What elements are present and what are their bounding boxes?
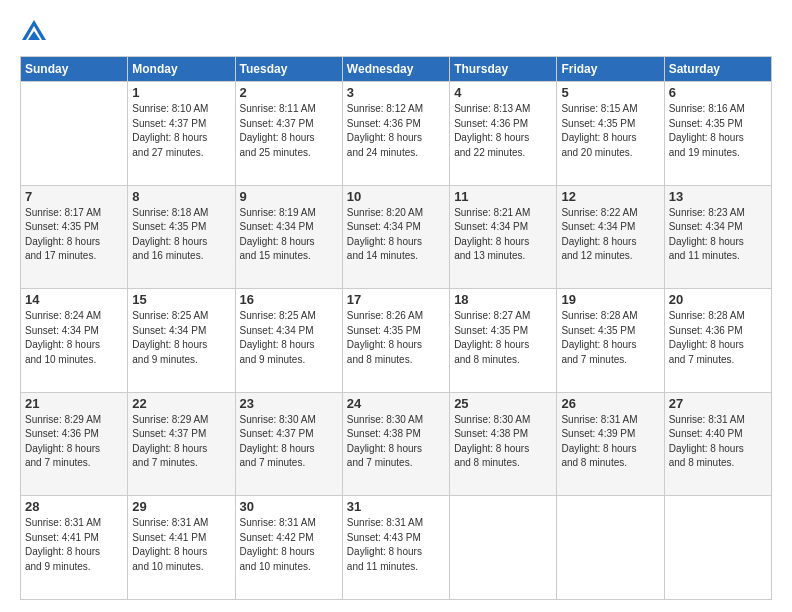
logo — [20, 18, 52, 46]
day-info: Sunrise: 8:16 AM Sunset: 4:35 PM Dayligh… — [669, 102, 767, 160]
day-number: 23 — [240, 396, 338, 411]
weekday-header: Sunday — [21, 57, 128, 82]
day-number: 8 — [132, 189, 230, 204]
day-number: 10 — [347, 189, 445, 204]
day-number: 6 — [669, 85, 767, 100]
calendar-day-cell: 30Sunrise: 8:31 AM Sunset: 4:42 PM Dayli… — [235, 496, 342, 600]
day-info: Sunrise: 8:29 AM Sunset: 4:36 PM Dayligh… — [25, 413, 123, 471]
day-number: 26 — [561, 396, 659, 411]
weekday-header: Thursday — [450, 57, 557, 82]
day-number: 30 — [240, 499, 338, 514]
day-info: Sunrise: 8:25 AM Sunset: 4:34 PM Dayligh… — [240, 309, 338, 367]
day-info: Sunrise: 8:24 AM Sunset: 4:34 PM Dayligh… — [25, 309, 123, 367]
day-info: Sunrise: 8:30 AM Sunset: 4:38 PM Dayligh… — [454, 413, 552, 471]
page-header — [20, 18, 772, 46]
weekday-header: Tuesday — [235, 57, 342, 82]
calendar-table: SundayMondayTuesdayWednesdayThursdayFrid… — [20, 56, 772, 600]
day-number: 11 — [454, 189, 552, 204]
calendar-day-cell: 26Sunrise: 8:31 AM Sunset: 4:39 PM Dayli… — [557, 392, 664, 496]
day-info: Sunrise: 8:30 AM Sunset: 4:38 PM Dayligh… — [347, 413, 445, 471]
day-info: Sunrise: 8:31 AM Sunset: 4:43 PM Dayligh… — [347, 516, 445, 574]
calendar-day-cell — [450, 496, 557, 600]
day-number: 1 — [132, 85, 230, 100]
day-number: 9 — [240, 189, 338, 204]
day-number: 22 — [132, 396, 230, 411]
day-number: 20 — [669, 292, 767, 307]
day-number: 13 — [669, 189, 767, 204]
day-info: Sunrise: 8:10 AM Sunset: 4:37 PM Dayligh… — [132, 102, 230, 160]
calendar-day-cell: 16Sunrise: 8:25 AM Sunset: 4:34 PM Dayli… — [235, 289, 342, 393]
calendar-day-cell: 24Sunrise: 8:30 AM Sunset: 4:38 PM Dayli… — [342, 392, 449, 496]
day-info: Sunrise: 8:31 AM Sunset: 4:41 PM Dayligh… — [25, 516, 123, 574]
day-number: 21 — [25, 396, 123, 411]
calendar-week-row: 14Sunrise: 8:24 AM Sunset: 4:34 PM Dayli… — [21, 289, 772, 393]
calendar-day-cell: 19Sunrise: 8:28 AM Sunset: 4:35 PM Dayli… — [557, 289, 664, 393]
weekday-header: Wednesday — [342, 57, 449, 82]
calendar-day-cell: 12Sunrise: 8:22 AM Sunset: 4:34 PM Dayli… — [557, 185, 664, 289]
day-info: Sunrise: 8:29 AM Sunset: 4:37 PM Dayligh… — [132, 413, 230, 471]
calendar-day-cell — [557, 496, 664, 600]
calendar-day-cell: 5Sunrise: 8:15 AM Sunset: 4:35 PM Daylig… — [557, 82, 664, 186]
day-number: 19 — [561, 292, 659, 307]
day-number: 17 — [347, 292, 445, 307]
day-number: 4 — [454, 85, 552, 100]
day-info: Sunrise: 8:26 AM Sunset: 4:35 PM Dayligh… — [347, 309, 445, 367]
calendar-day-cell: 31Sunrise: 8:31 AM Sunset: 4:43 PM Dayli… — [342, 496, 449, 600]
day-info: Sunrise: 8:31 AM Sunset: 4:41 PM Dayligh… — [132, 516, 230, 574]
logo-icon — [20, 18, 48, 46]
day-number: 29 — [132, 499, 230, 514]
calendar-day-cell: 11Sunrise: 8:21 AM Sunset: 4:34 PM Dayli… — [450, 185, 557, 289]
day-info: Sunrise: 8:28 AM Sunset: 4:35 PM Dayligh… — [561, 309, 659, 367]
calendar-day-cell: 13Sunrise: 8:23 AM Sunset: 4:34 PM Dayli… — [664, 185, 771, 289]
day-info: Sunrise: 8:19 AM Sunset: 4:34 PM Dayligh… — [240, 206, 338, 264]
day-number: 5 — [561, 85, 659, 100]
calendar-week-row: 7Sunrise: 8:17 AM Sunset: 4:35 PM Daylig… — [21, 185, 772, 289]
day-number: 12 — [561, 189, 659, 204]
day-info: Sunrise: 8:25 AM Sunset: 4:34 PM Dayligh… — [132, 309, 230, 367]
weekday-header: Saturday — [664, 57, 771, 82]
day-number: 16 — [240, 292, 338, 307]
day-info: Sunrise: 8:18 AM Sunset: 4:35 PM Dayligh… — [132, 206, 230, 264]
day-number: 24 — [347, 396, 445, 411]
calendar-day-cell — [664, 496, 771, 600]
calendar-day-cell: 7Sunrise: 8:17 AM Sunset: 4:35 PM Daylig… — [21, 185, 128, 289]
day-info: Sunrise: 8:13 AM Sunset: 4:36 PM Dayligh… — [454, 102, 552, 160]
day-info: Sunrise: 8:30 AM Sunset: 4:37 PM Dayligh… — [240, 413, 338, 471]
weekday-header: Monday — [128, 57, 235, 82]
calendar-day-cell: 17Sunrise: 8:26 AM Sunset: 4:35 PM Dayli… — [342, 289, 449, 393]
day-info: Sunrise: 8:12 AM Sunset: 4:36 PM Dayligh… — [347, 102, 445, 160]
day-info: Sunrise: 8:23 AM Sunset: 4:34 PM Dayligh… — [669, 206, 767, 264]
calendar-day-cell — [21, 82, 128, 186]
day-number: 14 — [25, 292, 123, 307]
day-number: 25 — [454, 396, 552, 411]
calendar-day-cell: 20Sunrise: 8:28 AM Sunset: 4:36 PM Dayli… — [664, 289, 771, 393]
day-number: 28 — [25, 499, 123, 514]
day-number: 18 — [454, 292, 552, 307]
day-info: Sunrise: 8:31 AM Sunset: 4:39 PM Dayligh… — [561, 413, 659, 471]
calendar-day-cell: 4Sunrise: 8:13 AM Sunset: 4:36 PM Daylig… — [450, 82, 557, 186]
calendar-day-cell: 10Sunrise: 8:20 AM Sunset: 4:34 PM Dayli… — [342, 185, 449, 289]
day-number: 31 — [347, 499, 445, 514]
day-info: Sunrise: 8:11 AM Sunset: 4:37 PM Dayligh… — [240, 102, 338, 160]
calendar-day-cell: 28Sunrise: 8:31 AM Sunset: 4:41 PM Dayli… — [21, 496, 128, 600]
calendar-day-cell: 15Sunrise: 8:25 AM Sunset: 4:34 PM Dayli… — [128, 289, 235, 393]
day-info: Sunrise: 8:15 AM Sunset: 4:35 PM Dayligh… — [561, 102, 659, 160]
day-info: Sunrise: 8:28 AM Sunset: 4:36 PM Dayligh… — [669, 309, 767, 367]
calendar-week-row: 21Sunrise: 8:29 AM Sunset: 4:36 PM Dayli… — [21, 392, 772, 496]
day-info: Sunrise: 8:31 AM Sunset: 4:40 PM Dayligh… — [669, 413, 767, 471]
calendar-day-cell: 1Sunrise: 8:10 AM Sunset: 4:37 PM Daylig… — [128, 82, 235, 186]
day-info: Sunrise: 8:21 AM Sunset: 4:34 PM Dayligh… — [454, 206, 552, 264]
calendar-week-row: 28Sunrise: 8:31 AM Sunset: 4:41 PM Dayli… — [21, 496, 772, 600]
day-number: 27 — [669, 396, 767, 411]
day-number: 2 — [240, 85, 338, 100]
calendar-day-cell: 18Sunrise: 8:27 AM Sunset: 4:35 PM Dayli… — [450, 289, 557, 393]
day-info: Sunrise: 8:31 AM Sunset: 4:42 PM Dayligh… — [240, 516, 338, 574]
calendar-day-cell: 25Sunrise: 8:30 AM Sunset: 4:38 PM Dayli… — [450, 392, 557, 496]
calendar-day-cell: 2Sunrise: 8:11 AM Sunset: 4:37 PM Daylig… — [235, 82, 342, 186]
day-info: Sunrise: 8:22 AM Sunset: 4:34 PM Dayligh… — [561, 206, 659, 264]
calendar-day-cell: 14Sunrise: 8:24 AM Sunset: 4:34 PM Dayli… — [21, 289, 128, 393]
calendar-header-row: SundayMondayTuesdayWednesdayThursdayFrid… — [21, 57, 772, 82]
calendar-day-cell: 3Sunrise: 8:12 AM Sunset: 4:36 PM Daylig… — [342, 82, 449, 186]
day-info: Sunrise: 8:27 AM Sunset: 4:35 PM Dayligh… — [454, 309, 552, 367]
day-number: 15 — [132, 292, 230, 307]
